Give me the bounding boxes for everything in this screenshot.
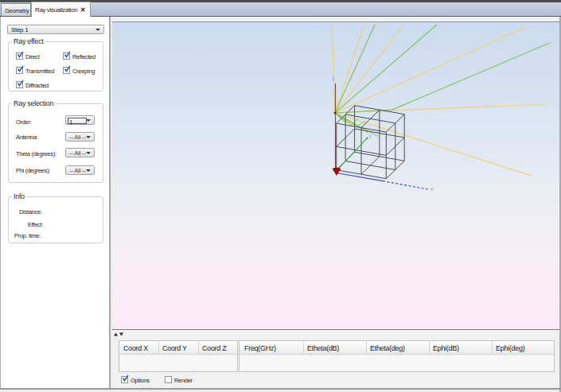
svg-text:x: x xyxy=(430,186,434,192)
svg-text:z: z xyxy=(332,76,335,81)
svg-text:y: y xyxy=(369,133,372,139)
